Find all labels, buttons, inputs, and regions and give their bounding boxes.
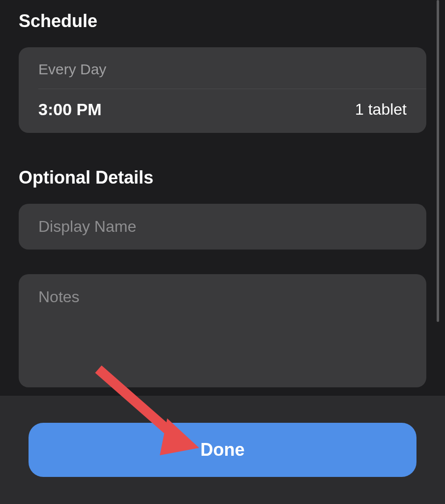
display-name-placeholder: Display Name	[38, 218, 136, 235]
schedule-dose-text: 1 tablet	[355, 100, 407, 119]
schedule-frequency-row[interactable]: Every Day	[19, 47, 426, 89]
bottom-bar: Done	[0, 396, 445, 504]
schedule-frequency-text: Every Day	[38, 61, 106, 78]
notes-placeholder: Notes	[38, 288, 80, 306]
notes-input[interactable]: Notes	[19, 274, 426, 387]
schedule-time-row[interactable]: 3:00 PM 1 tablet	[19, 89, 426, 133]
schedule-time-text: 3:00 PM	[38, 100, 102, 119]
optional-details-title: Optional Details	[19, 167, 426, 188]
done-button-label: Done	[201, 440, 245, 460]
schedule-card[interactable]: Every Day 3:00 PM 1 tablet	[19, 47, 426, 133]
scrollbar[interactable]	[437, 0, 439, 322]
display-name-input[interactable]: Display Name	[19, 204, 426, 250]
schedule-title: Schedule	[19, 11, 426, 32]
done-button[interactable]: Done	[29, 423, 416, 477]
